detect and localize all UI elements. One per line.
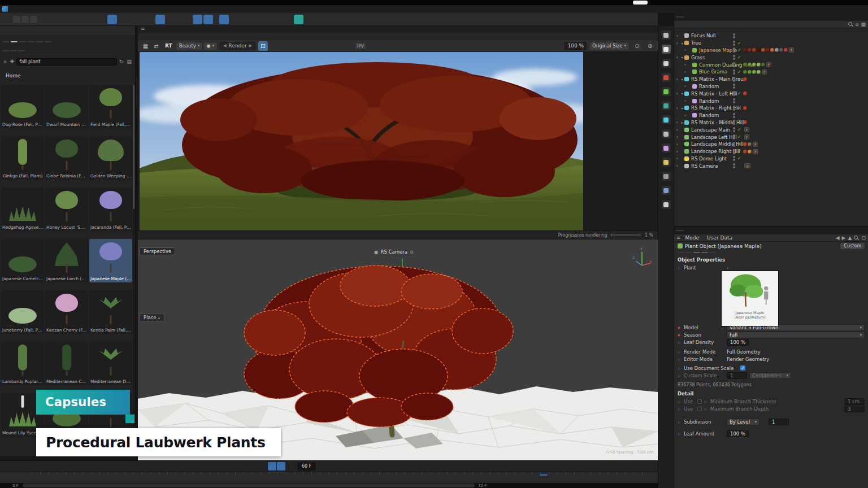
tag-badge[interactable]: F — [753, 149, 758, 154]
param-tab[interactable] — [693, 252, 700, 253]
asset-item[interactable]: Dog-Rose (Fall, Plant) — [1, 85, 44, 128]
render-history-nav[interactable]: ◀Render▶ — [220, 42, 255, 50]
asset-item[interactable]: Golden Weeping Willo... — [89, 136, 132, 180]
enabled-check-icon[interactable]: ✓ — [736, 55, 742, 60]
tag-badge[interactable]: F — [762, 69, 767, 75]
enabled-check-icon[interactable]: ✓ — [736, 156, 742, 161]
frame-tick[interactable] — [199, 474, 207, 476]
enabled-check-icon[interactable]: ✓ — [736, 62, 742, 67]
render-toolbar-icon[interactable] — [323, 41, 332, 51]
autokey-button[interactable] — [328, 462, 336, 470]
scale-tool-icon[interactable] — [118, 15, 128, 24]
frame-tick[interactable] — [642, 474, 650, 476]
search-icon[interactable] — [848, 22, 853, 27]
back-icon[interactable]: ◀ — [836, 235, 840, 241]
object-row[interactable]: Random — [674, 97, 868, 104]
use-min-branch-checkbox[interactable] — [697, 399, 702, 404]
settings-gear-icon[interactable]: ⊙ — [632, 41, 642, 51]
asset-category-tab[interactable] — [18, 50, 25, 51]
subdivision-mode-select[interactable]: By Level▾ — [727, 419, 760, 425]
frame-tick[interactable] — [608, 474, 616, 476]
frame-tick[interactable] — [437, 474, 445, 476]
camera-select[interactable]: ◉▾ — [203, 42, 218, 50]
expand-icon[interactable]: › — [727, 265, 728, 271]
custom-scale-unit-select[interactable]: Centimeters▾ — [749, 372, 791, 379]
object-row[interactable]: Landscape Left Hill ✓ F — [674, 133, 868, 141]
asset-item[interactable]: Japanese Camellia (Fal... — [1, 239, 44, 282]
toolbar-icon[interactable] — [251, 15, 261, 24]
visibility-toggles[interactable] — [733, 62, 735, 67]
record-button[interactable] — [319, 462, 327, 470]
object-row[interactable]: ▾ RS Matrix - Left Hill ✓ — [674, 90, 868, 97]
visibility-toggles[interactable] — [733, 98, 735, 103]
asset-item[interactable]: Lombardy Poplar (Fall... — [1, 342, 44, 385]
toolbar-icon[interactable] — [2, 15, 12, 24]
leaf-amount-field[interactable]: 100 % — [727, 430, 749, 437]
asset-item[interactable]: Mediterranean Cypres... — [45, 342, 88, 385]
custom-button[interactable]: Custom — [840, 243, 865, 249]
enabled-check-icon[interactable]: ✓ — [736, 134, 742, 140]
render-pass-select[interactable]: Beauty▾ — [176, 42, 203, 50]
next-key-button[interactable] — [250, 462, 258, 470]
material-swatches[interactable] — [743, 142, 752, 146]
goto-start-button[interactable] — [205, 462, 213, 470]
grid-icon[interactable] — [219, 15, 229, 24]
object-row[interactable]: Common Quaking Grass ✓ F — [674, 61, 868, 68]
param-tab[interactable] — [709, 252, 716, 253]
object-row[interactable]: ▾ RS Matrix - Right Hill ✓ — [674, 104, 868, 112]
asset-category-tab[interactable] — [2, 50, 9, 51]
forward-icon[interactable]: ▶ — [842, 235, 846, 241]
asset-filter-tab[interactable] — [28, 41, 34, 42]
tag-badge[interactable]: F — [744, 134, 749, 140]
expand-arrow-icon[interactable]: ▾ — [680, 55, 684, 59]
asset-item[interactable]: Japanese Larch (Fall, Pl... — [45, 239, 88, 282]
breadcrumb[interactable]: Home — [0, 73, 135, 79]
filter-icon[interactable]: ▦ — [861, 21, 866, 27]
object-row[interactable]: ▾ RS Matrix - Main Ground ✓ — [674, 76, 868, 83]
move-tool-icon[interactable] — [107, 15, 117, 24]
viewport-tool-icon[interactable] — [662, 45, 671, 54]
render-toolbar-icon[interactable] — [344, 41, 354, 51]
object-row[interactable]: Landscape Middle Hill ✓ F — [674, 141, 868, 148]
param-tab[interactable] — [701, 252, 708, 253]
live-selection-icon[interactable] — [92, 15, 101, 24]
visibility-toggles[interactable] — [733, 33, 735, 38]
min-branch-field[interactable]: 1 cm — [844, 398, 865, 405]
tag-badge[interactable]: F — [753, 142, 758, 147]
use-document-scale-checkbox[interactable]: ✓ — [740, 365, 745, 371]
object-manager-tab[interactable] — [685, 16, 693, 18]
enabled-check-icon[interactable]: ✓ — [736, 127, 742, 132]
toolbar-icon[interactable] — [21, 16, 29, 23]
redo-icon[interactable] — [65, 15, 75, 24]
object-row[interactable]: Landscape Right Hill ✓ F — [674, 148, 868, 155]
asset-item[interactable]: Mediterranean Dwarf ... — [89, 342, 132, 385]
enabled-check-icon[interactable]: ✓ — [736, 41, 742, 46]
asset-item[interactable]: Globe Robinia (Fall, Pl... — [45, 136, 88, 180]
pingpong-icon[interactable] — [277, 462, 285, 470]
visibility-toggles[interactable] — [733, 69, 735, 75]
frame-tick[interactable] — [471, 474, 479, 476]
visibility-toggles[interactable] — [733, 163, 735, 168]
spline-icon[interactable] — [662, 129, 671, 138]
expand-arrow-icon[interactable]: ▾ — [680, 77, 684, 81]
frame-tick[interactable] — [540, 474, 548, 476]
visibility-toggles[interactable] — [733, 106, 735, 111]
timeline-ruler[interactable] — [0, 472, 658, 483]
use-max-branch-checkbox[interactable] — [697, 407, 702, 411]
render-view-icon[interactable] — [294, 15, 303, 24]
object-manager-tab[interactable] — [676, 16, 684, 18]
timeline-option-icon[interactable] — [440, 462, 448, 470]
object-row[interactable]: Blue Grama ✓ F — [674, 68, 868, 76]
camera-label[interactable]: ▣RS Camera⊙ — [374, 249, 414, 255]
visibility-toggles[interactable] — [733, 149, 735, 154]
compare-icon[interactable]: ⇄ — [151, 41, 161, 51]
add-keyframe-icon[interactable] — [391, 462, 400, 470]
selection-cursor-icon[interactable] — [81, 15, 90, 24]
toolbar-icon[interactable] — [38, 15, 48, 24]
material-swatches[interactable] — [743, 63, 765, 67]
toolbar-icon[interactable] — [643, 15, 653, 24]
frame-tick[interactable] — [62, 474, 70, 476]
constraint-icon[interactable] — [662, 115, 671, 124]
frame-tick[interactable] — [369, 474, 377, 476]
subdivision-field[interactable]: 1 — [769, 419, 789, 425]
